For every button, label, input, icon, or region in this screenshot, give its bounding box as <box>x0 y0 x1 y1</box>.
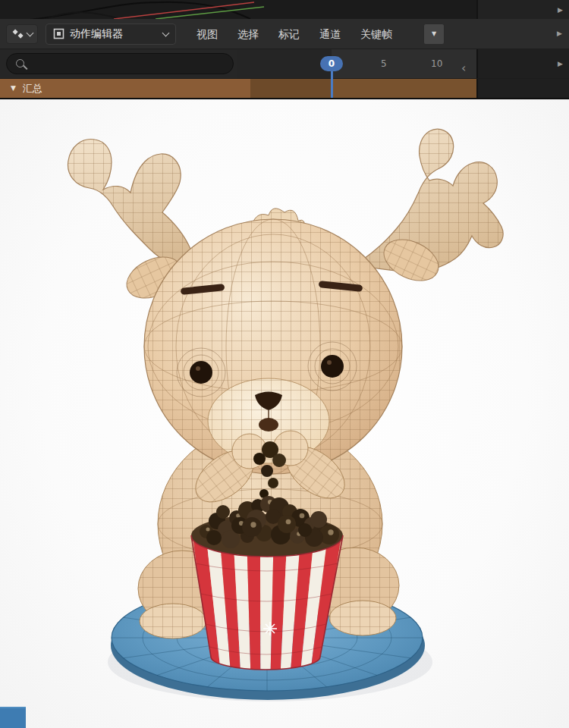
corner-blue-object <box>0 707 26 728</box>
filter-dropdown-button[interactable]: ▼ <box>423 24 445 45</box>
eye-left-highlight <box>196 366 200 371</box>
channel-search-box <box>6 53 234 74</box>
summary-channel[interactable]: ▼ 汇总 <box>0 79 250 98</box>
chevron-down-icon <box>162 29 170 36</box>
frame-label-5: 5 <box>381 58 387 69</box>
search-input[interactable] <box>31 55 228 74</box>
collapsed-sidebar-channels <box>476 79 569 98</box>
eye-left <box>190 361 212 384</box>
collapsed-sidebar-top: ▶ <box>476 0 569 19</box>
editor-type-dropdown[interactable] <box>6 24 38 44</box>
editor-mode-dropdown[interactable]: 动作编辑器 <box>46 24 176 45</box>
collapse-region-chevron-icon[interactable]: ‹ <box>461 62 466 74</box>
fcurve-preview <box>0 0 478 19</box>
foot-right <box>329 601 396 635</box>
expand-panel-arrow-icon[interactable]: ▶ <box>557 30 562 37</box>
editor-mode-label: 动作编辑器 <box>70 27 123 41</box>
keyframes-region[interactable] <box>250 79 478 98</box>
menu-marker[interactable]: 标记 <box>269 20 310 49</box>
expand-panel-arrow-icon[interactable]: ▶ <box>558 6 563 13</box>
timeline-ruler-row: 0 5 10 ‹ ▶ <box>0 49 569 79</box>
menu-channel[interactable]: 通道 <box>310 20 351 49</box>
channel-list-row: ▼ 汇总 <box>0 79 569 98</box>
dope-sheet-editor: ▶ 动作编辑器 视图 选择 标记 通道 关键 <box>0 0 569 99</box>
dope-sheet-editor-icon <box>11 28 25 40</box>
filter-caret-icon: ▼ <box>432 30 436 37</box>
menu-key[interactable]: 关键帧 <box>351 20 402 49</box>
foot-left <box>140 604 206 639</box>
viewport-region <box>0 99 569 728</box>
menu-bar: 视图 选择 标记 通道 关键帧 <box>187 20 402 49</box>
dope-sheet-header: 动作编辑器 视图 选择 标记 通道 关键帧 ▼ ▶ <box>0 19 569 49</box>
frame-label-10: 10 <box>431 58 442 69</box>
mouth <box>259 418 278 431</box>
timeline-playhead[interactable] <box>331 71 333 98</box>
menu-view[interactable]: 视图 <box>187 20 228 49</box>
expand-panel-arrow-icon[interactable]: ▶ <box>558 61 563 67</box>
3d-viewport[interactable] <box>0 99 569 728</box>
action-editor-icon <box>53 28 64 39</box>
current-frame-indicator[interactable]: 0 <box>320 56 343 71</box>
eye-right-highlight <box>327 360 332 365</box>
graph-editor-sliver[interactable]: ▶ <box>0 0 569 20</box>
antler-left <box>68 140 196 272</box>
chevron-down-icon <box>27 29 34 36</box>
menu-select[interactable]: 选择 <box>228 20 269 49</box>
collapsed-sidebar-ruler: ▶ <box>476 49 569 78</box>
fcurve-dark <box>46 12 120 19</box>
summary-channel-label: 汇总 <box>23 82 42 96</box>
expand-triangle-icon[interactable]: ▼ <box>11 85 16 92</box>
eye-right <box>321 355 344 378</box>
search-icon <box>16 59 24 67</box>
